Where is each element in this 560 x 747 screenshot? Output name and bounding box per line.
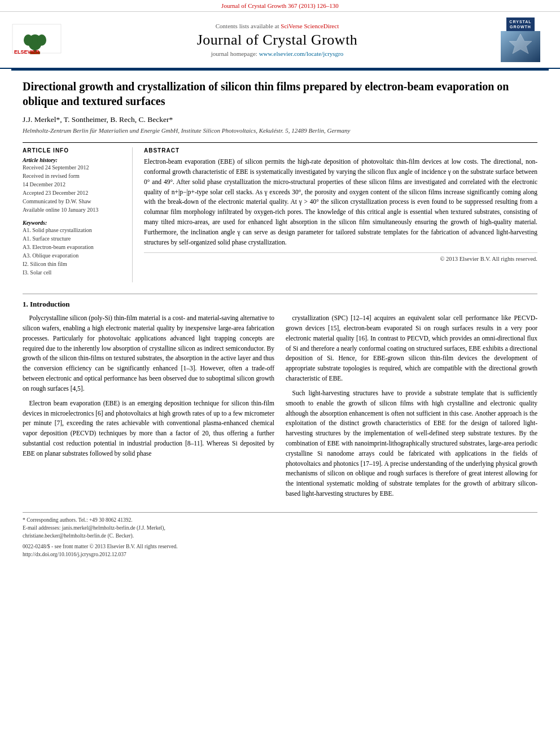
section-divider [23, 294, 537, 294]
doi-line: http://dx.doi.org/10.1016/j.jcrysgro.201… [23, 551, 537, 558]
keyword-3: A3. Electron-beam evaporation [23, 243, 125, 251]
intro-para-1: Polycrystalline silicon (poly-Si) thin-f… [23, 313, 274, 394]
article-metadata-section: Article Info Article history: Received 2… [23, 142, 537, 282]
keywords-label: Keywords: [23, 220, 125, 226]
article-info-column: Article Info Article history: Received 2… [23, 147, 133, 282]
crystal-logo-text: CRYSTALGROWTH [506, 18, 534, 31]
intro-para-3: crystallization (SPC) [12–14] acquires a… [286, 313, 537, 384]
article-info-heading: Article Info [23, 147, 125, 154]
elsevier-logo: ELSEVIER [11, 23, 62, 56]
svg-text:ELSEVIER: ELSEVIER [14, 49, 40, 54]
article-title: Directional growth and crystallization o… [23, 79, 537, 108]
received-date: Received 24 September 2012 [23, 163, 125, 172]
keyword-1: A1. Solid phase crystallization [23, 226, 125, 234]
header-center: Contents lists available at SciVerse Sci… [62, 23, 492, 57]
introduction-section: 1. Introduction Polycrystalline silicon … [23, 300, 537, 504]
journal-header: ELSEVIER Contents lists available at Sci… [0, 12, 560, 69]
intro-left-col: Polycrystalline silicon (poly-Si) thin-f… [23, 313, 274, 504]
journal-title: Journal of Crystal Growth [62, 32, 492, 49]
keyword-4: A3. Oblique evaporation [23, 251, 125, 260]
footer-notes: * Corresponding authors. Tel.: +49 30 80… [23, 512, 537, 558]
email-line-2: christiane.becker@helmholtz-berlin.de (C… [23, 532, 537, 540]
received-revised-date: 14 December 2012 [23, 180, 125, 189]
history-label: Article history: [23, 157, 125, 163]
copyright-line: © 2013 Elsevier B.V. All rights reserved… [144, 252, 537, 262]
intro-para-2: Electron beam evaporation (EBE) is an em… [23, 399, 274, 459]
sciverse-link[interactable]: SciVerse ScienceDirect [281, 23, 339, 29]
article-history: Article history: Received 24 September 2… [23, 157, 125, 214]
intro-right-col: crystallization (SPC) [12–14] acquires a… [286, 313, 537, 504]
homepage-link[interactable]: www.elsevier.com/locate/jcrysgro [259, 50, 344, 57]
accepted-date: Accepted 23 December 2012 [23, 189, 125, 197]
journal-top-bar: Journal of Crystal Growth 367 (2013) 126… [0, 0, 560, 12]
journal-homepage: journal homepage: www.elsevier.com/locat… [62, 50, 492, 57]
issn-line: 0022-0248/$ - see front matter © 2013 El… [23, 543, 537, 551]
journal-citation: Journal of Crystal Growth 367 (2013) 126… [221, 2, 339, 9]
authors: J.J. Merkel*, T. Sontheimer, B. Rech, C.… [23, 115, 537, 124]
email-line-1: E-mail addresses: janis.merkel@helmholtz… [23, 524, 537, 532]
keyword-5: I2. Silicon thin film [23, 260, 125, 268]
received-revised-label: Received in revised form [23, 172, 125, 180]
keyword-6: I3. Solar cell [23, 268, 125, 277]
keywords-section: Keywords: A1. Solid phase crystallizatio… [23, 220, 125, 277]
abstract-heading: Abstract [144, 147, 537, 154]
available-online: Available online 10 January 2013 [23, 206, 125, 214]
intro-heading: 1. Introduction [23, 300, 537, 309]
svg-point-4 [37, 34, 46, 46]
contents-line: Contents lists available at SciVerse Sci… [62, 23, 492, 29]
crystal-growth-logo: CRYSTALGROWTH [492, 18, 549, 62]
corresponding-authors: * Corresponding authors. Tel.: +49 30 80… [23, 516, 537, 524]
svg-point-3 [24, 34, 33, 46]
keyword-2: A1. Surface structure [23, 234, 125, 243]
affiliation: Helmholtz-Zentrum Berlin für Materialien… [23, 127, 537, 134]
crystal-logo-image [501, 31, 540, 62]
intro-body: Polycrystalline silicon (poly-Si) thin-f… [23, 313, 537, 504]
communicated-by: Communicated by D.W. Shaw [23, 197, 125, 206]
intro-para-4: Such light-harvesting structures have to… [286, 388, 537, 499]
main-content: Directional growth and crystallization o… [0, 71, 560, 570]
abstract-column: Abstract Electron-beam evaporation (EBE)… [144, 147, 537, 282]
abstract-text: Electron-beam evaporation (EBE) of silic… [144, 157, 537, 247]
